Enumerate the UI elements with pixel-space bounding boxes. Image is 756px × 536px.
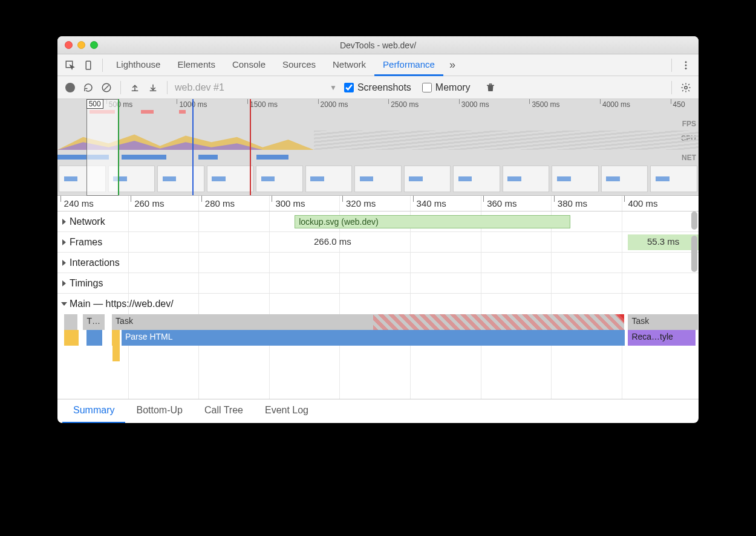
scrollbar-thumb[interactable]: [691, 211, 697, 230]
thumbnail[interactable]: [207, 166, 254, 192]
ruler-tick: 300 ms: [275, 198, 305, 208]
minimize-window-button[interactable]: [77, 41, 85, 49]
ruler-tick: 2500 ms: [391, 100, 419, 109]
parse-html-bar[interactable]: Parse HTML: [122, 330, 625, 346]
ruler-tick: 4000 ms: [602, 100, 630, 109]
script-bar[interactable]: [112, 346, 120, 361]
thumbnail[interactable]: [354, 166, 402, 192]
task-bar[interactable]: T…: [83, 314, 105, 330]
lane-timings[interactable]: Timings: [57, 273, 699, 294]
tab-label: Console: [232, 59, 266, 69]
save-profile-icon[interactable]: [144, 79, 162, 97]
inspect-element-icon[interactable]: [61, 56, 79, 74]
tab-label: Bottom-Up: [136, 405, 182, 416]
ruler-tick: 240 ms: [64, 198, 94, 208]
svg-rect-7: [314, 131, 699, 150]
script-bar[interactable]: [71, 330, 79, 346]
thumbnail[interactable]: [650, 166, 697, 192]
disclosure-triangle-icon[interactable]: [62, 260, 66, 266]
close-window-button[interactable]: [65, 41, 73, 49]
thumbnail[interactable]: [404, 166, 451, 192]
net-activity: [256, 155, 288, 160]
task-bar[interactable]: Task: [628, 314, 699, 330]
checkbox-label: Memory: [435, 82, 471, 93]
brush-label: 500: [86, 99, 103, 109]
tab-network[interactable]: Network: [324, 54, 374, 76]
overflow-tabs-button[interactable]: »: [443, 59, 461, 71]
recording-select[interactable]: web.dev #1: [172, 82, 330, 93]
recalculate-style-bar[interactable]: Reca…tyle: [628, 330, 695, 346]
lane-interactions[interactable]: Interactions: [57, 253, 699, 273]
marker-line-green: [118, 99, 119, 195]
trash-icon[interactable]: [481, 79, 500, 97]
frame-bar[interactable]: 55.3 ms: [628, 234, 699, 250]
chevron-down-icon[interactable]: ▼: [330, 83, 337, 92]
overview-brush[interactable]: [86, 99, 119, 196]
tab-bottom-up[interactable]: Bottom-Up: [125, 399, 193, 424]
overview-ruler: 500 ms 1000 ms 1500 ms 2000 ms 2500 ms 3…: [57, 99, 699, 110]
separator: [120, 81, 121, 94]
memory-checkbox-input[interactable]: [422, 83, 432, 92]
long-task-warning-icon: [616, 314, 624, 323]
lane-label: Timings: [70, 278, 103, 289]
screenshots-checkbox-input[interactable]: [344, 83, 354, 92]
ruler-tick: 380 ms: [558, 198, 587, 208]
tab-label: Network: [333, 59, 366, 69]
load-profile-icon[interactable]: [126, 79, 144, 97]
thumbnail[interactable]: [453, 166, 500, 192]
tab-label: Performance: [383, 59, 435, 69]
tab-lighthouse[interactable]: Lighthouse: [108, 54, 169, 76]
scrollbar-thumb[interactable]: [691, 236, 697, 272]
disclosure-triangle-icon[interactable]: [62, 280, 66, 286]
thumbnail[interactable]: [157, 166, 204, 192]
lane-frames[interactable]: Frames 266.0 ms 55.3 ms: [57, 232, 699, 253]
thumbnail[interactable]: [256, 166, 303, 192]
lane-main[interactable]: Main — https://web.dev/: [57, 294, 699, 314]
titlebar: DevTools - web.dev/: [57, 36, 699, 54]
network-request-bar[interactable]: lockup.svg (web.dev): [295, 215, 570, 228]
disclosure-triangle-icon[interactable]: [61, 302, 67, 306]
separator: [167, 81, 168, 94]
lane-network[interactable]: Network lockup.svg (web.dev): [57, 211, 699, 232]
ruler-tick: 2000 ms: [321, 100, 348, 109]
zoom-window-button[interactable]: [90, 41, 98, 49]
lane-label: Main — https://web.dev/: [70, 299, 174, 309]
record-button[interactable]: [61, 79, 79, 97]
thumbnail[interactable]: [305, 166, 353, 192]
tab-summary[interactable]: Summary: [62, 399, 125, 424]
tab-call-tree[interactable]: Call Tree: [194, 399, 254, 424]
task-bar-long[interactable]: Task: [112, 314, 625, 330]
net-label: NET: [682, 153, 696, 162]
screenshots-checkbox[interactable]: Screenshots: [344, 82, 411, 93]
device-toolbar-icon[interactable]: [79, 56, 97, 74]
tab-label: Lighthouse: [116, 59, 160, 69]
parse-bar[interactable]: [86, 330, 103, 346]
ruler-tick: 3500 ms: [532, 100, 559, 109]
tab-console[interactable]: Console: [224, 54, 274, 76]
script-bar[interactable]: [112, 330, 120, 346]
reload-record-button[interactable]: [79, 79, 97, 97]
details-tabs: Summary Bottom-Up Call Tree Event Log: [57, 399, 699, 423]
ruler-tick: 320 ms: [346, 198, 376, 208]
script-bar[interactable]: [64, 330, 71, 346]
fps-label: FPS: [682, 120, 696, 128]
devtools-window: DevTools - web.dev/ Lighthouse Elements …: [57, 36, 699, 423]
thumbnail[interactable]: [601, 166, 648, 192]
panel-tabs-bar: Lighthouse Elements Console Sources Netw…: [57, 54, 699, 76]
flamechart-pane[interactable]: 240 ms 260 ms 280 ms 300 ms 320 ms 340 m…: [57, 196, 699, 399]
thumbnail[interactable]: [552, 166, 599, 192]
lane-label: Interactions: [70, 257, 120, 268]
tab-elements[interactable]: Elements: [169, 54, 224, 76]
tab-sources[interactable]: Sources: [274, 54, 324, 76]
tab-event-log[interactable]: Event Log: [254, 399, 319, 424]
tab-performance[interactable]: Performance: [374, 54, 443, 76]
settings-gear-icon[interactable]: [677, 79, 695, 97]
ruler-tick: 360 ms: [487, 198, 516, 208]
task-bar[interactable]: [70, 314, 78, 330]
thumbnail[interactable]: [503, 166, 550, 192]
memory-checkbox[interactable]: Memory: [422, 82, 471, 93]
overview-timeline[interactable]: 500 ms 1000 ms 1500 ms 2000 ms 2500 ms 3…: [57, 99, 699, 196]
clear-button[interactable]: [97, 79, 116, 97]
kebab-menu-icon[interactable]: [677, 56, 695, 74]
tab-label: Elements: [177, 59, 215, 69]
